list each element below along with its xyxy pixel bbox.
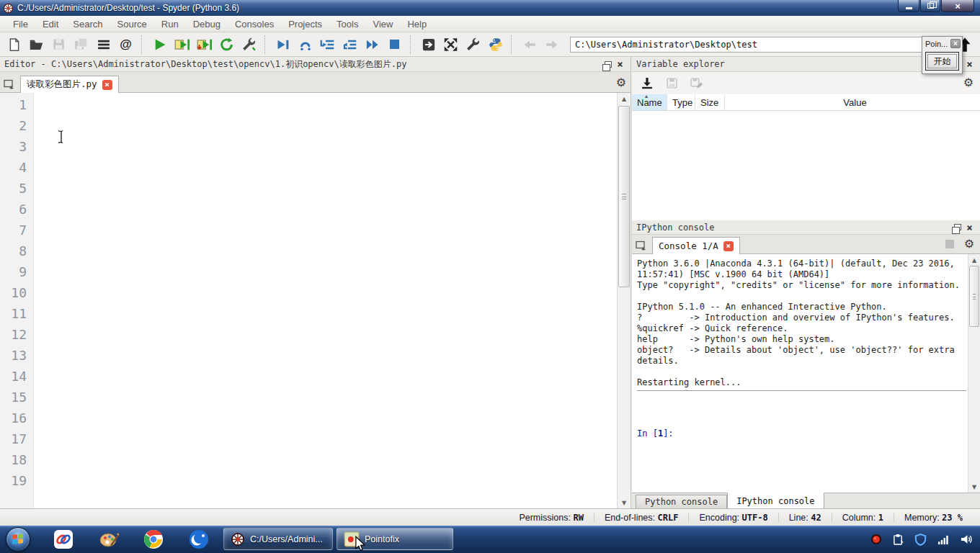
editor-code-area[interactable]: 1 2 3 4 5 6 7 8 9 10 11 12 13 14 15 16 1…: [0, 93, 631, 508]
line-number: 11: [0, 303, 33, 324]
scrollbar-thumb[interactable]: [618, 106, 630, 287]
scroll-up-arrow[interactable]: ▲: [968, 254, 980, 266]
console-line: ? -> Introduction and overview of IPytho…: [637, 313, 968, 323]
debug-step-into-button[interactable]: [316, 34, 339, 55]
close-icon: ×: [617, 59, 623, 69]
fullscreen-button[interactable]: [440, 34, 462, 55]
scrollbar-grip-icon: [973, 294, 976, 300]
console-pane-title: IPython console: [636, 222, 951, 233]
console-line: %quickref -> Quick reference.: [637, 323, 968, 334]
run-cell-advance-button[interactable]: [193, 34, 215, 55]
console-prompt[interactable]: In [1]:: [637, 428, 968, 439]
editor-float-button[interactable]: [602, 59, 614, 70]
pointofix-close-button[interactable]: ×: [950, 39, 961, 48]
pointofix-titlebar[interactable]: Poin... ×: [922, 37, 962, 50]
column-header-value[interactable]: Value: [725, 94, 980, 110]
run-cell-button[interactable]: [171, 34, 193, 55]
taskbar-pointofix-window-button[interactable]: Pointofix: [337, 528, 453, 550]
console-options-button[interactable]: ⚙: [964, 238, 974, 250]
debug-step-button[interactable]: [294, 34, 316, 55]
clipboard-tray-icon[interactable]: [893, 534, 904, 546]
debug-continue-button[interactable]: [361, 34, 383, 55]
console-line: help -> Python's own help system.: [637, 334, 968, 345]
tab-close-button[interactable]: ×: [723, 241, 734, 251]
tab-ipython-console[interactable]: IPython console: [727, 493, 824, 509]
minimize-button[interactable]: [898, 0, 919, 12]
column-header-size[interactable]: Size: [695, 94, 725, 110]
taskbar-spyder-window-button[interactable]: C:/Users/Admini...: [223, 528, 333, 550]
menu-edit[interactable]: Edit: [35, 17, 66, 31]
working-directory-input[interactable]: [570, 37, 925, 53]
editor-options-button[interactable]: ⚙: [616, 77, 626, 89]
editor-line-number-gutter[interactable]: 1 2 3 4 5 6 7 8 9 10 11 12 13 14 15 16 1…: [0, 93, 34, 508]
rerun-button[interactable]: [215, 34, 238, 55]
windows-taskbar: C:/Users/Admini... Pointofix: [0, 526, 980, 553]
pointofix-start-button[interactable]: 开始: [925, 52, 959, 71]
menu-view[interactable]: View: [365, 17, 400, 31]
run-configuration-button[interactable]: [238, 34, 260, 55]
column-header-name[interactable]: ▴ Name: [632, 94, 667, 110]
debug-step-out-button[interactable]: [339, 34, 361, 55]
console-output-area[interactable]: Python 3.6.0 |Anaconda 4.3.1 (64-bit)| (…: [632, 254, 968, 493]
line-number: 2: [0, 115, 33, 136]
line-number: 5: [0, 178, 33, 199]
browse-tabs-button[interactable]: [632, 238, 649, 253]
maximize-button[interactable]: [920, 0, 940, 12]
recorder-tray-icon[interactable]: [870, 534, 882, 545]
tab-close-button[interactable]: ×: [102, 80, 112, 90]
menu-search[interactable]: Search: [66, 17, 110, 31]
symbol-finder-button[interactable]: @: [115, 34, 137, 55]
menu-help[interactable]: Help: [400, 17, 434, 31]
taskbar-paint-app-button[interactable]: [98, 529, 120, 550]
debug-button[interactable]: [272, 34, 294, 55]
debug-stop-button[interactable]: [383, 34, 406, 55]
console-line: Restarting kernel...: [637, 377, 968, 388]
variable-table-body[interactable]: [632, 111, 980, 220]
security-shield-tray-icon[interactable]: [914, 534, 927, 546]
menu-consoles[interactable]: Consoles: [228, 17, 281, 31]
menu-file[interactable]: File: [6, 17, 35, 31]
console-line: 11:57:41) [MSC v.1900 64 bit (AMD64)]: [637, 269, 968, 280]
open-file-button[interactable]: [25, 34, 48, 55]
taskbar-browser-button[interactable]: [188, 529, 210, 550]
menu-run[interactable]: Run: [154, 17, 186, 31]
scroll-up-arrow[interactable]: ▲: [618, 93, 631, 104]
close-button[interactable]: ×: [941, 0, 974, 12]
menu-projects[interactable]: Projects: [281, 17, 329, 31]
console-vertical-scrollbar[interactable]: ▲ ▼: [968, 254, 980, 493]
run-button[interactable]: [148, 34, 171, 55]
varexp-options-button[interactable]: ⚙: [963, 77, 974, 89]
maximize-pane-button[interactable]: [417, 34, 440, 55]
menu-debug[interactable]: Debug: [186, 17, 228, 31]
file-switcher-button[interactable]: [92, 34, 115, 55]
python-path-button[interactable]: [484, 34, 507, 55]
column-header-type[interactable]: Type: [667, 94, 695, 110]
network-signal-tray-icon[interactable]: [937, 534, 950, 545]
editor-close-pane-button[interactable]: ×: [614, 59, 626, 70]
scrollbar-thumb[interactable]: [969, 266, 979, 327]
menu-source[interactable]: Source: [110, 17, 154, 31]
import-data-button[interactable]: [638, 73, 656, 94]
console-tab[interactable]: Console 1/A ×: [652, 237, 740, 254]
browse-tabs-button[interactable]: [0, 76, 17, 92]
scroll-down-arrow[interactable]: ▼: [618, 497, 631, 508]
pointofix-window[interactable]: Poin... × 开始: [922, 36, 963, 74]
taskbar-remote-app-button[interactable]: [53, 529, 74, 550]
varexp-close-pane-button[interactable]: ×: [963, 59, 976, 70]
editor-file-tab[interactable]: 读取彩色图片.py ×: [20, 76, 119, 93]
status-encoding: Encoding: UTF-8: [688, 513, 778, 523]
console-close-pane-button[interactable]: ×: [963, 222, 976, 233]
console-float-button[interactable]: [951, 222, 963, 233]
menu-tools[interactable]: Tools: [329, 17, 365, 31]
line-number: 16: [0, 408, 33, 428]
editor-vertical-scrollbar[interactable]: ▲ ▼: [617, 93, 631, 508]
scroll-down-arrow[interactable]: ▼: [968, 481, 980, 493]
variable-explorer-title: Variable explorer: [636, 59, 951, 69]
taskbar-chrome-button[interactable]: [143, 529, 164, 550]
new-file-button[interactable]: [3, 34, 25, 55]
volume-tray-icon[interactable]: [961, 534, 973, 545]
window-titlebar[interactable]: C:/Users/Administrator/Desktop/test - Sp…: [0, 0, 980, 16]
start-button[interactable]: [6, 527, 30, 552]
tools-button[interactable]: [462, 34, 484, 55]
tab-python-console[interactable]: Python console: [636, 495, 727, 510]
